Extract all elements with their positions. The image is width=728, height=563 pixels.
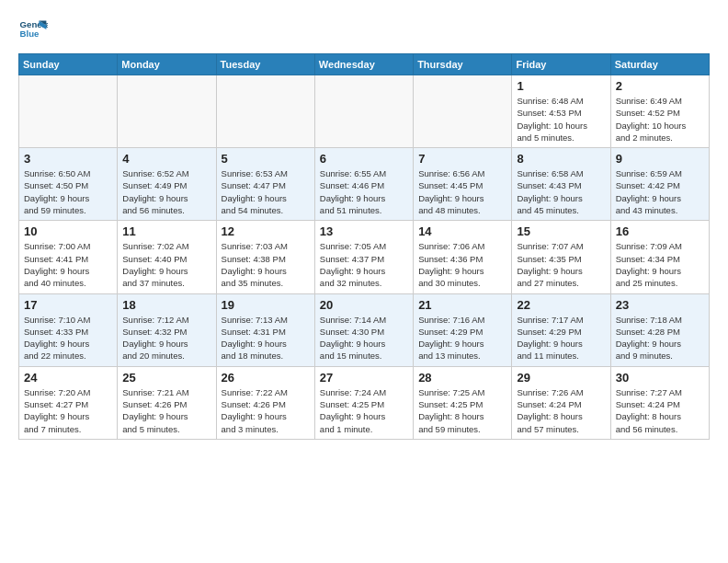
day-info: Sunrise: 7:26 AM Sunset: 4:24 PM Dayligh… [517, 386, 605, 435]
day-info: Sunrise: 7:02 AM Sunset: 4:40 PM Dayligh… [122, 240, 210, 289]
calendar-cell: 15Sunrise: 7:07 AM Sunset: 4:35 PM Dayli… [512, 221, 610, 293]
day-info: Sunrise: 6:53 AM Sunset: 4:47 PM Dayligh… [222, 167, 310, 216]
day-number: 13 [320, 224, 408, 238]
day-info: Sunrise: 7:22 AM Sunset: 4:26 PM Dayligh… [222, 386, 310, 435]
calendar-cell: 24Sunrise: 7:20 AM Sunset: 4:27 PM Dayli… [19, 366, 118, 439]
weekday-header-thursday: Thursday [414, 54, 512, 75]
weekday-header-saturday: Saturday [610, 54, 709, 75]
day-number: 8 [517, 152, 605, 166]
logo-icon: General Blue [18, 15, 48, 44]
day-number: 27 [320, 371, 408, 385]
calendar-cell: 1Sunrise: 6:48 AM Sunset: 4:53 PM Daylig… [512, 75, 610, 148]
day-number: 24 [24, 371, 112, 385]
calendar-cell: 26Sunrise: 7:22 AM Sunset: 4:26 PM Dayli… [216, 366, 314, 439]
day-number: 14 [418, 224, 506, 238]
day-info: Sunrise: 6:50 AM Sunset: 4:50 PM Dayligh… [24, 167, 112, 216]
calendar-cell: 4Sunrise: 6:52 AM Sunset: 4:49 PM Daylig… [118, 148, 216, 221]
day-info: Sunrise: 7:25 AM Sunset: 4:25 PM Dayligh… [418, 386, 506, 435]
day-info: Sunrise: 6:58 AM Sunset: 4:43 PM Dayligh… [517, 167, 605, 216]
day-number: 25 [122, 371, 210, 385]
day-info: Sunrise: 6:56 AM Sunset: 4:45 PM Dayligh… [418, 167, 506, 216]
day-info: Sunrise: 7:21 AM Sunset: 4:26 PM Dayligh… [122, 386, 210, 435]
day-number: 28 [418, 371, 506, 385]
day-info: Sunrise: 7:13 AM Sunset: 4:31 PM Dayligh… [222, 314, 310, 362]
day-number: 6 [320, 152, 408, 166]
day-number: 30 [616, 371, 704, 385]
weekday-header-monday: Monday [118, 54, 216, 75]
day-number: 7 [418, 152, 506, 166]
day-number: 23 [616, 298, 704, 312]
calendar-cell: 16Sunrise: 7:09 AM Sunset: 4:34 PM Dayli… [610, 221, 709, 293]
calendar-cell: 30Sunrise: 7:27 AM Sunset: 4:24 PM Dayli… [610, 366, 709, 439]
weekday-header-sunday: Sunday [19, 54, 118, 75]
calendar-week-2: 10Sunrise: 7:00 AM Sunset: 4:41 PM Dayli… [19, 221, 710, 293]
day-number: 17 [24, 298, 112, 312]
day-info: Sunrise: 7:12 AM Sunset: 4:32 PM Dayligh… [122, 314, 210, 362]
day-number: 20 [320, 298, 408, 312]
calendar-cell: 25Sunrise: 7:21 AM Sunset: 4:26 PM Dayli… [118, 366, 216, 439]
day-info: Sunrise: 6:59 AM Sunset: 4:42 PM Dayligh… [616, 167, 704, 216]
day-number: 10 [24, 224, 112, 238]
calendar-cell [314, 75, 413, 148]
day-number: 2 [616, 79, 704, 93]
day-number: 1 [517, 79, 605, 93]
day-number: 22 [517, 298, 605, 312]
svg-text:Blue: Blue [20, 29, 40, 39]
day-info: Sunrise: 7:05 AM Sunset: 4:37 PM Dayligh… [320, 240, 408, 289]
day-number: 4 [122, 152, 210, 166]
day-info: Sunrise: 7:18 AM Sunset: 4:28 PM Dayligh… [616, 314, 704, 362]
calendar-cell: 19Sunrise: 7:13 AM Sunset: 4:31 PM Dayli… [216, 293, 314, 366]
weekday-header-wednesday: Wednesday [314, 54, 413, 75]
day-number: 9 [616, 152, 704, 166]
calendar-cell: 10Sunrise: 7:00 AM Sunset: 4:41 PM Dayli… [19, 221, 118, 293]
day-info: Sunrise: 7:06 AM Sunset: 4:36 PM Dayligh… [418, 240, 506, 289]
calendar-cell: 23Sunrise: 7:18 AM Sunset: 4:28 PM Dayli… [610, 293, 709, 366]
calendar-cell [118, 75, 216, 148]
calendar-cell: 2Sunrise: 6:49 AM Sunset: 4:52 PM Daylig… [610, 75, 709, 148]
day-number: 5 [222, 152, 310, 166]
calendar-cell: 29Sunrise: 7:26 AM Sunset: 4:24 PM Dayli… [512, 366, 610, 439]
calendar-cell: 28Sunrise: 7:25 AM Sunset: 4:25 PM Dayli… [414, 366, 512, 439]
calendar-week-1: 3Sunrise: 6:50 AM Sunset: 4:50 PM Daylig… [19, 148, 710, 221]
calendar-cell: 9Sunrise: 6:59 AM Sunset: 4:42 PM Daylig… [610, 148, 709, 221]
calendar-cell: 7Sunrise: 6:56 AM Sunset: 4:45 PM Daylig… [414, 148, 512, 221]
calendar-cell: 18Sunrise: 7:12 AM Sunset: 4:32 PM Dayli… [118, 293, 216, 366]
calendar-week-4: 24Sunrise: 7:20 AM Sunset: 4:27 PM Dayli… [19, 366, 710, 439]
calendar-cell: 20Sunrise: 7:14 AM Sunset: 4:30 PM Dayli… [314, 293, 413, 366]
calendar-cell: 11Sunrise: 7:02 AM Sunset: 4:40 PM Dayli… [118, 221, 216, 293]
logo: General Blue [18, 15, 48, 44]
calendar-cell: 5Sunrise: 6:53 AM Sunset: 4:47 PM Daylig… [216, 148, 314, 221]
calendar-week-0: 1Sunrise: 6:48 AM Sunset: 4:53 PM Daylig… [19, 75, 710, 148]
weekday-header-tuesday: Tuesday [216, 54, 314, 75]
day-info: Sunrise: 7:03 AM Sunset: 4:38 PM Dayligh… [222, 240, 310, 289]
day-info: Sunrise: 7:20 AM Sunset: 4:27 PM Dayligh… [24, 386, 112, 435]
calendar-cell: 21Sunrise: 7:16 AM Sunset: 4:29 PM Dayli… [414, 293, 512, 366]
calendar-cell: 6Sunrise: 6:55 AM Sunset: 4:46 PM Daylig… [314, 148, 413, 221]
day-number: 29 [517, 371, 605, 385]
calendar-cell: 14Sunrise: 7:06 AM Sunset: 4:36 PM Dayli… [414, 221, 512, 293]
calendar-cell: 8Sunrise: 6:58 AM Sunset: 4:43 PM Daylig… [512, 148, 610, 221]
day-info: Sunrise: 7:27 AM Sunset: 4:24 PM Dayligh… [616, 386, 704, 435]
day-info: Sunrise: 6:48 AM Sunset: 4:53 PM Dayligh… [517, 95, 605, 144]
day-info: Sunrise: 7:09 AM Sunset: 4:34 PM Dayligh… [616, 240, 704, 289]
calendar-cell: 12Sunrise: 7:03 AM Sunset: 4:38 PM Dayli… [216, 221, 314, 293]
calendar-cell: 3Sunrise: 6:50 AM Sunset: 4:50 PM Daylig… [19, 148, 118, 221]
header: General Blue [18, 15, 710, 44]
day-number: 19 [222, 298, 310, 312]
day-info: Sunrise: 6:49 AM Sunset: 4:52 PM Dayligh… [616, 95, 704, 144]
day-info: Sunrise: 7:00 AM Sunset: 4:41 PM Dayligh… [24, 240, 112, 289]
calendar-cell: 22Sunrise: 7:17 AM Sunset: 4:29 PM Dayli… [512, 293, 610, 366]
day-info: Sunrise: 7:24 AM Sunset: 4:25 PM Dayligh… [320, 386, 408, 435]
weekday-header-row: SundayMondayTuesdayWednesdayThursdayFrid… [19, 54, 710, 75]
calendar-cell: 27Sunrise: 7:24 AM Sunset: 4:25 PM Dayli… [314, 366, 413, 439]
day-number: 11 [122, 224, 210, 238]
day-number: 18 [122, 298, 210, 312]
day-number: 3 [24, 152, 112, 166]
day-info: Sunrise: 7:07 AM Sunset: 4:35 PM Dayligh… [517, 240, 605, 289]
calendar-cell: 17Sunrise: 7:10 AM Sunset: 4:33 PM Dayli… [19, 293, 118, 366]
day-info: Sunrise: 6:55 AM Sunset: 4:46 PM Dayligh… [320, 167, 408, 216]
calendar-cell [19, 75, 118, 148]
day-info: Sunrise: 7:14 AM Sunset: 4:30 PM Dayligh… [320, 314, 408, 362]
calendar-cell [414, 75, 512, 148]
day-number: 21 [418, 298, 506, 312]
